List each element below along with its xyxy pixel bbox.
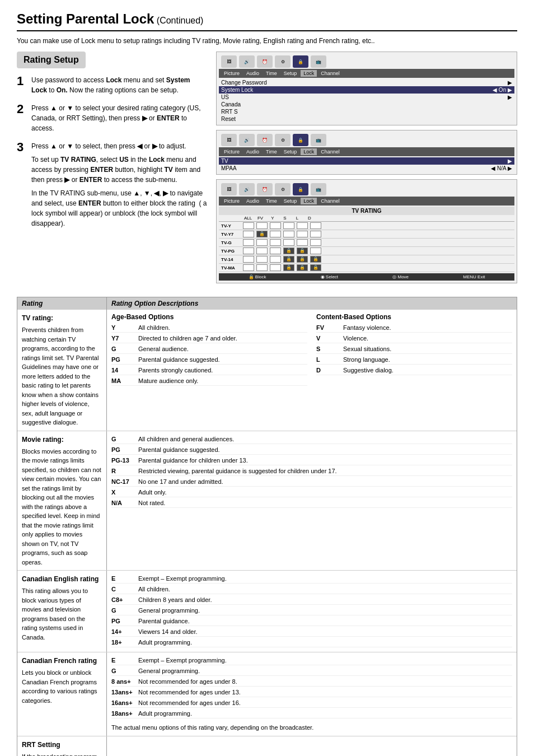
rrt-right bbox=[107, 736, 517, 757]
content-based-title: Content-Based Options bbox=[316, 313, 512, 321]
footer-note: The actual menu options of this rating v… bbox=[111, 723, 512, 732]
canadian-english-item: PGParental guidance. bbox=[111, 617, 512, 626]
canadian-french-item: GGeneral programming. bbox=[111, 666, 512, 676]
content-based-list: FVFantasy violence.VViolence.SSexual sit… bbox=[316, 323, 512, 375]
lock-icon-2: 🔒 bbox=[293, 134, 308, 146]
canadian-french-item: EExempt – Exempt programming. bbox=[111, 656, 512, 665]
time-icon-3: ⏰ bbox=[257, 183, 273, 195]
tab-setup-2: Setup bbox=[281, 148, 300, 155]
step-1-content: Use password to access Lock menu and set… bbox=[31, 75, 207, 95]
menu-system-lock: System Lock◀ On ▶ bbox=[219, 86, 514, 94]
tab-channel-3: Channel bbox=[318, 198, 343, 204]
tv-rating-row: TV-Y7🔒 bbox=[219, 230, 514, 239]
tv-rating-options: Age-Based Options YAll children.Y7Direct… bbox=[111, 313, 512, 387]
canadian-french-right: EExempt – Exempt programming.GGeneral pr… bbox=[107, 652, 517, 736]
movie-rating-item: PGParental guidance suggested. bbox=[111, 445, 512, 455]
tab-audio: Audio bbox=[243, 70, 262, 77]
audio-icon-2: 🔊 bbox=[239, 134, 255, 146]
movie-rating-item: RRestricted viewing, parental guidance i… bbox=[111, 466, 512, 476]
canadian-french-item: 13ans+Not recommended for ages under 13. bbox=[111, 688, 512, 697]
page-title: Setting Parental Lock (Continued) bbox=[17, 11, 517, 31]
content-based-item: DSuggestive dialog. bbox=[316, 366, 512, 375]
picture-icon: 🖼 bbox=[221, 55, 237, 68]
tab-channel: Channel bbox=[318, 70, 343, 77]
movie-rating-left: Movie rating: Blocks movies according to… bbox=[17, 431, 107, 571]
tv-rating-header: TV RATING bbox=[219, 207, 514, 215]
setup-icon-3: ⚙ bbox=[275, 183, 291, 195]
canadian-french-heading: Canadian French rating bbox=[22, 656, 102, 666]
tv-ui-mockup: 🖼 🔊 ⏰ ⚙ 🔒 📺 Picture Audio Time Setup Loc… bbox=[216, 52, 517, 288]
tv-rating-row: TV-G bbox=[219, 239, 514, 247]
tab-time-2: Time bbox=[263, 148, 280, 155]
step-2: 2 Press ▲ or ▼ to select your desired ra… bbox=[17, 103, 207, 133]
lock-icon: 🔒 bbox=[293, 55, 308, 68]
tv-rating-row: TV-PG🔒🔒 bbox=[219, 247, 514, 255]
tv-nav-bar: 🔒 Block ◉ Select ◎ Move MENU Exit bbox=[219, 273, 514, 281]
content-based-item: SSexual situations. bbox=[316, 344, 512, 354]
canadian-english-item: CAll children. bbox=[111, 585, 512, 594]
canadian-english-list: EExempt – Exempt programming.CAll childr… bbox=[111, 574, 512, 647]
tv-rating-left: TV rating: Prevents children from watchi… bbox=[17, 310, 107, 431]
age-based-list: YAll children.Y7Directed to children age… bbox=[111, 323, 307, 386]
canadian-english-item: C8+Children 8 years and older. bbox=[111, 595, 512, 605]
tv-icons-mid: 🖼 🔊 ⏰ ⚙ 🔒 📺 bbox=[219, 133, 514, 147]
canadian-english-body: Canadian English rating This rating allo… bbox=[17, 571, 517, 652]
rrt-body: RRT Setting If the broadcasting program … bbox=[17, 736, 517, 757]
rating-header-right: Rating Option Descriptions bbox=[107, 297, 517, 310]
content-based-item: FVFantasy violence. bbox=[316, 323, 512, 333]
content-based-item: VViolence. bbox=[316, 334, 512, 343]
tv-rating-row: TV-14🔒🔒🔒 bbox=[219, 255, 514, 264]
tv-icons-top: 🖼 🔊 ⏰ ⚙ 🔒 📺 bbox=[219, 54, 514, 69]
canadian-french-desc: Lets you block or unblock Canadian Frenc… bbox=[22, 668, 102, 705]
setup-icon: ⚙ bbox=[275, 55, 291, 68]
rating-table-header: Rating Rating Option Descriptions bbox=[17, 297, 517, 310]
channel-icon-2: 📺 bbox=[311, 134, 326, 146]
movie-rating-item: N/ANot rated. bbox=[111, 498, 512, 508]
setup-icon-2: ⚙ bbox=[275, 134, 291, 146]
menu-reset: Reset bbox=[219, 115, 514, 123]
menu-us: US▶ bbox=[219, 94, 514, 101]
movie-rating-right: GAll children and general audiences.PGPa… bbox=[107, 431, 517, 571]
canadian-english-heading: Canadian English rating bbox=[22, 574, 102, 584]
movie-rating-desc: Blocks movies according to the movie rat… bbox=[22, 447, 102, 567]
tv-rating-rows: TV-YTV-Y7🔒TV-GTV-PG🔒🔒TV-14🔒🔒🔒TV-MA🔒🔒🔒 bbox=[219, 222, 514, 272]
step-3: 3 Press ▲ or ▼ to select, then press ◀ o… bbox=[17, 141, 207, 228]
canadian-french-left: Canadian French rating Lets you block or… bbox=[17, 652, 107, 736]
tv-rating-right: Age-Based Options YAll children.Y7Direct… bbox=[107, 310, 517, 431]
content-based-item: LStrong language. bbox=[316, 355, 512, 365]
tv-rating-desc: Prevents children from watching certain … bbox=[22, 325, 102, 427]
tab-lock-3: Lock bbox=[301, 198, 317, 204]
age-based-item: Y7Directed to children age 7 and older. bbox=[111, 334, 307, 343]
tab-lock: Lock bbox=[301, 70, 317, 77]
tv-ui-middle: 🖼 🔊 ⏰ ⚙ 🔒 📺 Picture Audio Time Setup Loc… bbox=[216, 130, 517, 175]
content-based-col: Content-Based Options FVFantasy violence… bbox=[316, 313, 512, 387]
canadian-french-item: 8 ans+Not recommended for ages under 8. bbox=[111, 677, 512, 687]
age-based-item: 14Parents strongly cautioned. bbox=[111, 366, 307, 375]
tv-rating-cols-header: ALL FV Y S L D bbox=[219, 215, 514, 222]
menu-tv: TV▶ bbox=[219, 157, 514, 165]
tv-rating-row: TV-MA🔒🔒🔒 bbox=[219, 264, 514, 272]
movie-rating-body: Movie rating: Blocks movies according to… bbox=[17, 431, 517, 571]
canadian-english-item: 18+Adult programming. bbox=[111, 638, 512, 647]
time-icon-2: ⏰ bbox=[257, 134, 273, 146]
tv-rating-heading: TV rating: bbox=[22, 313, 102, 323]
channel-icon-3: 📺 bbox=[311, 183, 326, 195]
canadian-english-right: EExempt – Exempt programming.CAll childr… bbox=[107, 571, 517, 652]
time-icon: ⏰ bbox=[257, 55, 273, 68]
tv-rating-row: TV-Y bbox=[219, 222, 514, 230]
canadian-english-left: Canadian English rating This rating allo… bbox=[17, 571, 107, 652]
age-based-title: Age-Based Options bbox=[111, 313, 307, 321]
tab-audio-2: Audio bbox=[243, 148, 262, 155]
menu-mpaa: MPAA◀ N/A ▶ bbox=[219, 165, 514, 172]
movie-rating-item: NC-17No one 17 and under admitted. bbox=[111, 477, 512, 487]
age-based-item: MAMature audience only. bbox=[111, 376, 307, 386]
movie-rating-item: XAdult only. bbox=[111, 488, 512, 497]
left-column: Rating Setup 1 Use password to access Lo… bbox=[17, 52, 207, 288]
tab-channel-2: Channel bbox=[318, 148, 343, 155]
menu-rrt: RRT S bbox=[219, 108, 514, 115]
tab-setup: Setup bbox=[281, 70, 300, 77]
tab-picture: Picture bbox=[221, 70, 242, 77]
tv-tabs-mid: Picture Audio Time Setup Lock Channel bbox=[219, 147, 514, 156]
rrt-desc: If the broadcasting program uses RRT5 (R… bbox=[22, 752, 102, 757]
tv-rating-body: TV rating: Prevents children from watchi… bbox=[17, 310, 517, 431]
